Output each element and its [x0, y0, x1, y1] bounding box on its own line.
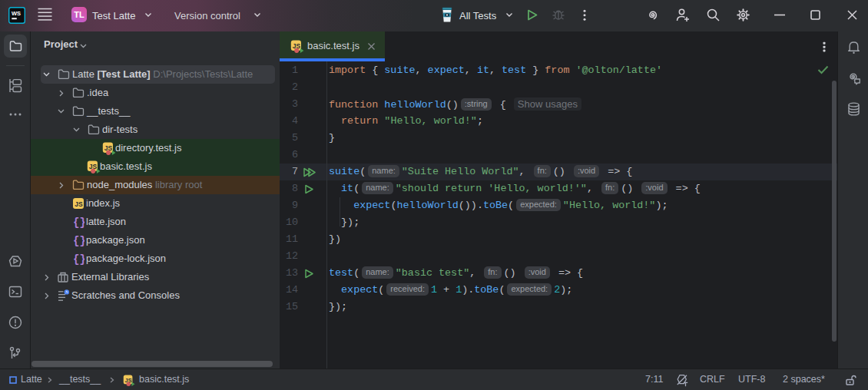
- svg-text:{}: {}: [73, 235, 84, 246]
- svg-text:{}: {}: [73, 216, 84, 228]
- svg-text:{}: {}: [73, 253, 84, 265]
- svg-text:WS: WS: [12, 10, 21, 17]
- svg-text:JS: JS: [75, 200, 83, 208]
